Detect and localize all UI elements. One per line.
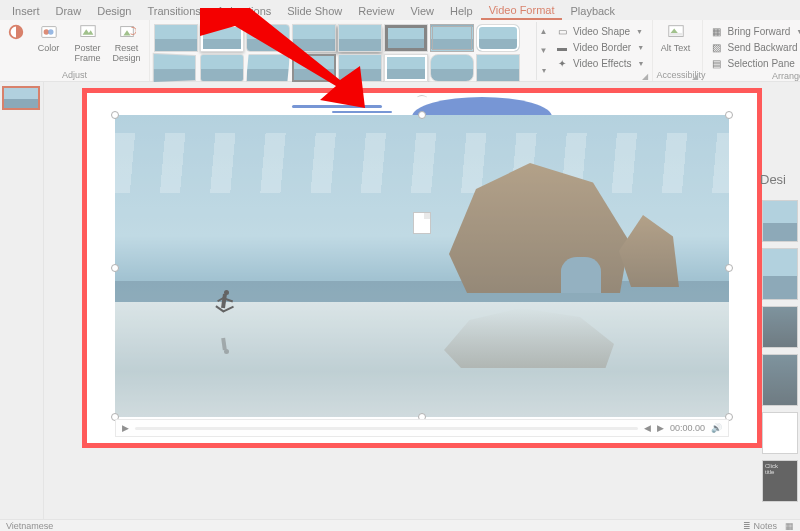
tab-help[interactable]: Help: [442, 3, 481, 19]
send-backward-button[interactable]: ▨ Send Backward ▼: [707, 40, 801, 55]
tab-draw[interactable]: Draw: [48, 3, 90, 19]
group-adjust-label: Adjust: [4, 70, 145, 81]
resize-handle[interactable]: [111, 264, 119, 272]
slide-canvas-area[interactable]: ⌒: [44, 82, 800, 519]
alt-text-label: Alt Text: [661, 44, 690, 54]
corrections-button[interactable]: Corrections: [4, 22, 28, 68]
style-thumb[interactable]: [200, 24, 244, 52]
dropdown-icon: ▼: [637, 44, 644, 51]
video-style-options: ▭ Video Shape ▼ ▬ Video Border ▼ ✦ Video…: [552, 22, 648, 71]
rotation-handle-icon[interactable]: ⌒: [416, 93, 428, 110]
video-shape-label: Video Shape: [573, 26, 630, 37]
tab-view[interactable]: View: [402, 3, 442, 19]
design-idea-thumb[interactable]: [762, 200, 798, 242]
video-seek-track[interactable]: [135, 427, 638, 430]
gallery-scroll[interactable]: ▲ ▼ ▾: [536, 22, 550, 80]
style-thumb[interactable]: [476, 54, 520, 82]
tab-transitions[interactable]: Transitions: [139, 3, 208, 19]
style-thumb[interactable]: [153, 53, 196, 83]
placeholder-file-icon: [413, 212, 431, 234]
style-thumb[interactable]: [292, 54, 336, 82]
poster-frame-button[interactable]: Poster Frame: [69, 22, 106, 68]
play-button[interactable]: ▶: [122, 423, 129, 433]
ribbon-tabs: Insert Draw Design Transitions Animation…: [0, 0, 800, 20]
design-thumb-text: title: [765, 469, 774, 475]
resize-handle[interactable]: [725, 111, 733, 119]
svg-rect-8: [669, 33, 682, 36]
tab-playback[interactable]: Playback: [562, 3, 623, 19]
style-thumb[interactable]: [154, 24, 198, 52]
style-thumb[interactable]: [246, 54, 290, 82]
status-language[interactable]: Vietnamese: [6, 521, 53, 531]
gallery-more-icon[interactable]: ▾: [542, 66, 546, 75]
style-thumb[interactable]: [430, 24, 474, 52]
alt-text-icon: [666, 22, 686, 42]
design-idea-thumb[interactable]: [762, 306, 798, 348]
dialog-launcher-icon[interactable]: ◢: [642, 72, 650, 80]
dropdown-icon: ▼: [636, 28, 643, 35]
workspace: ⌒: [0, 82, 800, 519]
video-scene-water: [115, 302, 729, 417]
style-thumb[interactable]: [292, 24, 336, 52]
poster-frame-label: Poster Frame: [69, 44, 106, 64]
tab-slideshow[interactable]: Slide Show: [279, 3, 350, 19]
video-border-icon: ▬: [555, 42, 569, 53]
selection-pane-label: Selection Pane: [728, 58, 795, 69]
reset-design-button[interactable]: Reset Design: [108, 22, 145, 68]
resize-handle[interactable]: [418, 111, 426, 119]
poster-frame-icon: [78, 22, 98, 42]
group-accessibility: Alt Text Accessibility ◢: [653, 20, 703, 81]
selection-pane-button[interactable]: ▤ Selection Pane: [707, 56, 801, 71]
design-idea-thumb[interactable]: [762, 412, 798, 454]
design-idea-thumb[interactable]: [762, 248, 798, 300]
send-backward-label: Send Backward: [728, 42, 798, 53]
color-label: Color: [38, 44, 60, 54]
notes-label: Notes: [753, 521, 777, 531]
design-idea-thumb[interactable]: Click title: [762, 460, 798, 502]
bring-forward-label: Bring Forward: [728, 26, 791, 37]
video-effects-button[interactable]: ✦ Video Effects ▼: [552, 56, 648, 71]
selection-pane-icon: ▤: [710, 58, 724, 69]
gallery-down-icon[interactable]: ▼: [540, 46, 548, 55]
view-normal-icon[interactable]: ▦: [785, 521, 794, 531]
annotation-highlight-box: ⌒: [82, 88, 762, 448]
corrections-icon: [6, 22, 26, 42]
tab-video-format[interactable]: Video Format: [481, 2, 563, 20]
step-back-button[interactable]: ◀: [644, 423, 651, 433]
tab-design[interactable]: Design: [89, 3, 139, 19]
video-effects-label: Video Effects: [573, 58, 632, 69]
slide-thumbnail-1[interactable]: [2, 86, 40, 110]
style-thumb[interactable]: [384, 54, 428, 82]
video-border-label: Video Border: [573, 42, 631, 53]
volume-button[interactable]: 🔊: [711, 423, 722, 433]
design-idea-thumb[interactable]: [762, 354, 798, 406]
resize-handle[interactable]: [725, 264, 733, 272]
tab-insert[interactable]: Insert: [4, 3, 48, 19]
video-border-button[interactable]: ▬ Video Border ▼: [552, 40, 648, 55]
style-thumb[interactable]: [200, 54, 244, 82]
style-thumb[interactable]: [430, 54, 474, 82]
dialog-launcher-icon[interactable]: ◢: [692, 72, 700, 80]
step-forward-button[interactable]: ▶: [657, 423, 664, 433]
dropdown-icon: ▼: [638, 60, 645, 67]
slide-thumbnail-panel[interactable]: [0, 82, 44, 519]
video-style-gallery[interactable]: [154, 22, 534, 82]
resize-handle[interactable]: [111, 111, 119, 119]
color-button[interactable]: Color: [30, 22, 67, 68]
video-object[interactable]: [115, 115, 729, 417]
design-ideas-title: Desi: [760, 172, 800, 187]
style-thumb[interactable]: [338, 54, 382, 82]
style-thumb[interactable]: [476, 24, 520, 52]
style-thumb[interactable]: [246, 24, 290, 52]
style-thumb[interactable]: [338, 24, 382, 52]
video-time-label: 00:00.00: [670, 423, 705, 433]
slide[interactable]: ⌒: [87, 93, 757, 443]
video-shape-button[interactable]: ▭ Video Shape ▼: [552, 24, 648, 39]
tab-review[interactable]: Review: [350, 3, 402, 19]
tab-animations[interactable]: Animations: [209, 3, 279, 19]
alt-text-button[interactable]: Alt Text: [657, 22, 695, 68]
style-thumb[interactable]: [384, 24, 428, 52]
notes-button[interactable]: ≣ Notes: [743, 521, 777, 531]
gallery-up-icon[interactable]: ▲: [540, 27, 548, 36]
bring-forward-button[interactable]: ▦ Bring Forward ▼: [707, 24, 801, 39]
